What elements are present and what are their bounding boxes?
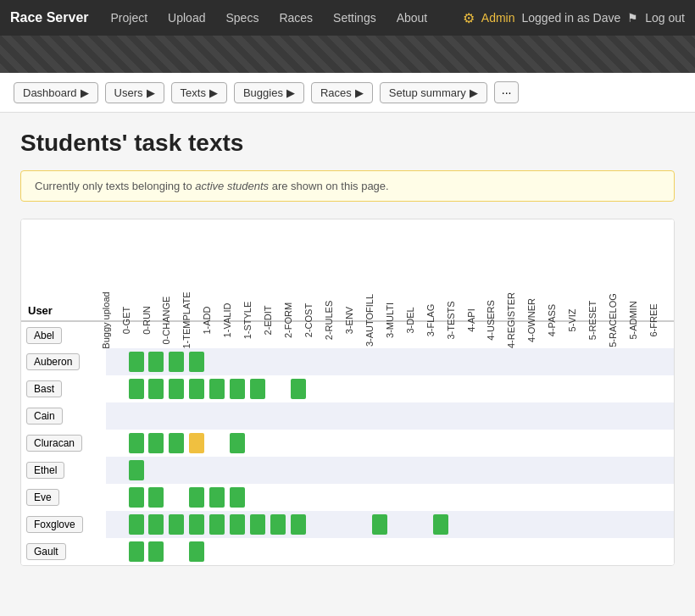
data-cell: [207, 538, 227, 565]
green-cell: [270, 514, 286, 535]
green-cell: [209, 379, 225, 399]
nav-races[interactable]: Races: [270, 8, 321, 28]
data-cell: [329, 430, 349, 457]
data-cell: [106, 430, 126, 457]
data-cell: [491, 402, 511, 430]
nav-upload[interactable]: Upload: [159, 8, 214, 28]
chevron-right-icon: ▶: [286, 86, 295, 99]
green-cell: [372, 514, 387, 535]
data-cell: [531, 457, 552, 484]
chevron-right-icon: ▶: [147, 86, 155, 99]
data-cell: [390, 375, 410, 402]
data-cell: [431, 511, 451, 538]
data-cell: [309, 457, 329, 484]
data-cell: [613, 457, 633, 484]
data-cell: [410, 348, 431, 375]
data-cell: [227, 348, 247, 375]
data-cell: [288, 538, 309, 565]
breadcrumb-dashboard[interactable]: Dashboard ▶: [14, 82, 98, 103]
data-cell: [431, 402, 451, 430]
nav-logout-link[interactable]: Log out: [645, 11, 685, 25]
data-cell: [410, 511, 431, 538]
data-cell: [511, 538, 531, 565]
user-button[interactable]: Cluracan: [26, 435, 82, 452]
yellow-cell: [189, 433, 204, 453]
table-row: Ethel: [21, 457, 674, 484]
data-cell: [207, 430, 227, 457]
data-cell: [288, 348, 309, 375]
breadcrumb-buggies[interactable]: Buggies ▶: [234, 82, 304, 103]
green-cell: [291, 514, 306, 535]
nav-specs[interactable]: Specs: [217, 8, 267, 28]
user-button[interactable]: Abel: [26, 327, 62, 344]
data-cell: [491, 538, 511, 565]
data-cell: [552, 375, 572, 402]
data-cell: [511, 484, 531, 511]
data-cell: [106, 375, 126, 402]
data-cell: [247, 484, 268, 511]
data-cell: [207, 348, 227, 375]
data-cell: [106, 538, 126, 565]
green-cell: [209, 514, 225, 535]
nav-brand: Race Server: [10, 10, 89, 25]
data-cell: [370, 348, 390, 375]
data-cell: [147, 430, 167, 457]
gear-icon: ⚙: [463, 10, 475, 26]
info-text-post: are shown on this page.: [269, 180, 389, 192]
data-cell: [390, 538, 410, 565]
nav-settings[interactable]: Settings: [325, 8, 385, 28]
user-button[interactable]: Bast: [26, 380, 62, 397]
user-button[interactable]: Eve: [26, 489, 59, 506]
user-button[interactable]: Ethel: [26, 462, 64, 479]
data-cell: [633, 538, 653, 565]
task-texts-table-wrapper: User Buggy upload0-GET0-RUN0-CHANGE1-TEM…: [20, 219, 675, 566]
data-cell: [227, 402, 247, 430]
data-cell: [592, 430, 613, 457]
user-button[interactable]: Cain: [26, 408, 63, 425]
data-cell: [410, 538, 431, 565]
nav-about[interactable]: About: [388, 8, 436, 28]
data-cell: [451, 348, 471, 375]
data-cell: [268, 457, 288, 484]
green-cell: [129, 352, 144, 372]
data-cell: [329, 538, 349, 565]
data-cell: [390, 430, 410, 457]
data-cell: [431, 457, 451, 484]
data-cell: [329, 484, 349, 511]
breadcrumb-users[interactable]: Users ▶: [105, 82, 164, 103]
data-cell: [471, 457, 492, 484]
green-cell: [189, 487, 204, 508]
user-button[interactable]: Foxglove: [26, 516, 83, 533]
green-cell: [230, 514, 245, 535]
data-cell: [126, 348, 147, 375]
breadcrumb-setup-summary[interactable]: Setup summary ▶: [380, 82, 487, 103]
data-cell: [349, 375, 370, 402]
data-cell: [268, 538, 288, 565]
data-cell: [511, 375, 531, 402]
nav-project[interactable]: Project: [103, 8, 157, 28]
data-cell: [207, 457, 227, 484]
data-cell: [410, 457, 431, 484]
data-cell: [370, 511, 390, 538]
data-cell: [126, 375, 147, 402]
data-cell: [227, 430, 247, 457]
data-cell: [491, 484, 511, 511]
data-cell: [633, 457, 653, 484]
main-content: Students' task texts Currently only text…: [0, 113, 695, 583]
green-cell: [230, 379, 245, 399]
user-button[interactable]: Auberon: [26, 353, 80, 370]
nav-admin-link[interactable]: Admin: [481, 11, 515, 25]
breadcrumb-texts[interactable]: Texts ▶: [171, 82, 227, 103]
user-cell: Ethel: [21, 457, 106, 484]
data-cell: [288, 511, 309, 538]
user-button[interactable]: Gault: [26, 543, 66, 560]
breadcrumb-more[interactable]: ···: [494, 81, 520, 103]
data-cell: [309, 402, 329, 430]
breadcrumb-races[interactable]: Races ▶: [311, 82, 373, 103]
data-cell: [471, 484, 492, 511]
data-cell: [288, 484, 309, 511]
data-cell: [268, 375, 288, 402]
green-cell: [148, 487, 164, 508]
green-cell: [129, 487, 144, 508]
data-cell: [653, 402, 674, 430]
